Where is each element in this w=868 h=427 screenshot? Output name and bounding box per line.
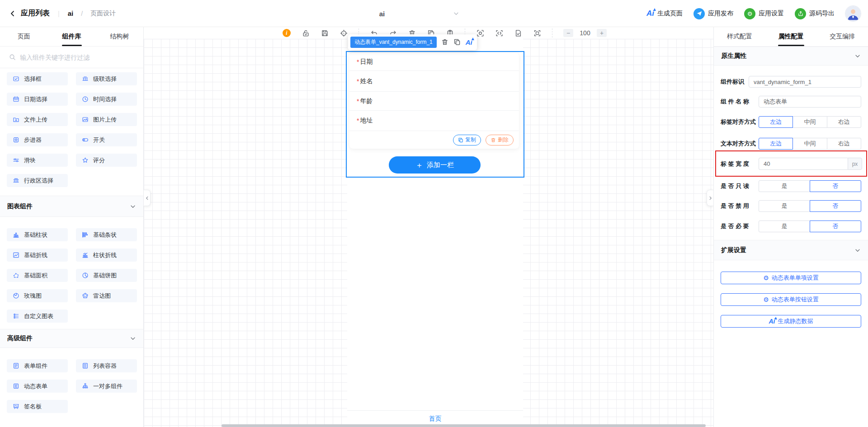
dynamic-form-card[interactable]: *日期*姓名*年龄*地址 复制 删除 — [349, 53, 519, 149]
delete-row-button[interactable]: 删除 — [486, 135, 514, 145]
ai-component-icon[interactable]: Ai — [466, 38, 472, 46]
component-item-开关[interactable]: 开关 — [76, 133, 137, 146]
delete-component-icon[interactable] — [441, 38, 449, 46]
component-item-基础折线[interactable]: 基础折线 — [7, 249, 68, 262]
divider: | — [58, 10, 60, 17]
component-item-时间选择[interactable]: 时间选择 — [76, 93, 137, 106]
right-panel-tabs: 样式配置属性配置交互编排 — [714, 27, 868, 47]
option-否[interactable]: 否 — [810, 180, 861, 192]
component-item-日期选择[interactable]: 日期选择 — [7, 93, 68, 106]
disabled-label: 是 否 禁 用 — [721, 202, 759, 210]
extend-settings-section[interactable]: 扩展设置 — [714, 240, 868, 260]
tab-属性配置[interactable]: 属性配置 — [765, 27, 817, 46]
component-item-label: 时间选择 — [93, 95, 117, 103]
component-item-级联选择[interactable]: 级联选择 — [76, 72, 137, 85]
unlock-icon[interactable] — [302, 29, 310, 37]
form-field-地址[interactable]: *地址 — [349, 111, 519, 131]
home-tab[interactable]: 首页 — [429, 415, 442, 423]
component-item-列表容器[interactable]: 列表容器 — [76, 359, 137, 372]
collapse-left-panel-handle[interactable] — [144, 190, 151, 206]
horizontal-scrollbar[interactable] — [222, 424, 706, 427]
component-item-文件上传[interactable]: 文件上传 — [7, 113, 68, 126]
tab-页面[interactable]: 页面 — [0, 27, 48, 46]
native-properties-section[interactable]: 原生属性 — [714, 47, 868, 66]
copy-component-icon[interactable] — [453, 38, 461, 46]
extend-button-生成静态数据[interactable]: Ai生成静态数据 — [721, 315, 861, 328]
component-item-动态表单[interactable]: 动态表单 — [7, 380, 68, 393]
option-中间[interactable]: 中间 — [793, 138, 827, 150]
form-field-日期[interactable]: *日期 — [349, 53, 519, 71]
form-field-年龄[interactable]: *年龄 — [349, 92, 519, 111]
option-左边[interactable]: 左边 — [759, 138, 793, 150]
back-to-app-list[interactable]: 应用列表 — [21, 9, 50, 18]
component-grid: 选择框级联选择日期选择时间选择文件上传图片上传步进器开关滑块评分行政区选择 — [0, 68, 143, 187]
component-id-input[interactable] — [749, 76, 861, 88]
option-右边[interactable]: 右边 — [827, 116, 861, 128]
component-item-label: 基础柱状 — [24, 231, 47, 239]
section-header-高级组件[interactable]: 高级组件 — [0, 329, 143, 348]
option-是[interactable]: 是 — [759, 221, 810, 232]
section-header-图表组件[interactable]: 图表组件 — [0, 196, 143, 217]
component-item-表单组件[interactable]: 表单组件 — [7, 359, 68, 372]
component-item-自定义图表[interactable]: 自定义图表 — [7, 310, 68, 323]
action-生成页面[interactable]: Ai生成页面 — [646, 9, 683, 18]
collapse-right-panel-handle[interactable] — [707, 190, 713, 206]
copy-row-button[interactable]: 复制 — [453, 135, 481, 145]
action-源码导出[interactable]: 源码导出 — [795, 8, 835, 19]
option-右边[interactable]: 右边 — [827, 138, 861, 150]
zoom-out-button[interactable]: − — [563, 29, 573, 37]
extend-button-label: 动态表单按钮设置 — [772, 296, 819, 304]
tab-结构树[interactable]: 结构树 — [95, 27, 143, 46]
component-item-基础面积[interactable]: 基础面积 — [7, 269, 68, 282]
action-应用发布[interactable]: 应用发布 — [693, 8, 733, 19]
component-item-选择框[interactable]: 选择框 — [7, 72, 68, 85]
tab-样式配置[interactable]: 样式配置 — [714, 27, 765, 46]
back-icon[interactable] — [9, 10, 16, 17]
option-中间[interactable]: 中间 — [793, 116, 827, 128]
save-icon[interactable] — [321, 29, 329, 37]
component-item-图片上传[interactable]: 图片上传 — [76, 113, 137, 126]
component-item-基础饼图[interactable]: 基础饼图 — [76, 269, 137, 282]
add-row-button[interactable]: ＋ 添加一栏 — [389, 156, 481, 174]
user-avatar[interactable] — [845, 6, 861, 21]
component-item-滑块[interactable]: 滑块 — [7, 154, 68, 167]
component-item-雷达图[interactable]: 雷达图 — [76, 289, 137, 302]
component-item-行政区选择[interactable]: 行政区选择 — [7, 174, 68, 187]
component-item-玫瑰图[interactable]: 玫瑰图 — [7, 289, 68, 302]
page-select-dropdown[interactable]: ai — [298, 5, 466, 22]
form-field-姓名[interactable]: *姓名 — [349, 71, 519, 92]
label-width-input[interactable] — [759, 158, 848, 170]
component-item-签名板[interactable]: 签名板 — [7, 400, 68, 413]
option-左边[interactable]: 左边 — [759, 116, 793, 128]
component-item-基础条状[interactable]: 基础条状 — [76, 228, 137, 241]
option-否[interactable]: 否 — [810, 221, 861, 232]
doc-check-icon[interactable] — [514, 29, 522, 37]
ai-logo-icon: Ai — [769, 318, 775, 325]
trash-icon — [491, 137, 496, 143]
component-item-一对多组件[interactable]: 一对多组件 — [76, 380, 137, 393]
component-item-评分[interactable]: 评分 — [76, 154, 137, 167]
frame-icon[interactable] — [533, 29, 541, 37]
info-icon[interactable]: i — [283, 29, 291, 37]
component-name-input[interactable] — [759, 96, 861, 108]
search-input[interactable] — [20, 54, 134, 61]
zoom-controls: −100+ — [563, 29, 607, 37]
tab-组件库[interactable]: 组件库 — [48, 27, 96, 46]
component-item-柱状折线[interactable]: 柱状折线 — [76, 249, 137, 262]
code-icon[interactable] — [495, 29, 503, 37]
component-item-基础柱状[interactable]: 基础柱状 — [7, 228, 68, 241]
action-应用设置[interactable]: ⚙应用设置 — [744, 8, 784, 19]
option-否[interactable]: 否 — [810, 200, 861, 212]
extend-button-动态表单按钮设置[interactable]: ⚙动态表单按钮设置 — [721, 293, 861, 306]
extend-button-动态表单单项设置[interactable]: ⚙动态表单单项设置 — [721, 272, 861, 284]
tab-交互编排[interactable]: 交互编排 — [816, 27, 868, 46]
option-是[interactable]: 是 — [759, 180, 810, 192]
breadcrumb-app[interactable]: ai — [68, 9, 74, 17]
scan-icon[interactable] — [476, 29, 484, 37]
zoom-in-button[interactable]: + — [597, 29, 607, 37]
option-是[interactable]: 是 — [759, 200, 810, 212]
component-item-label: 签名板 — [24, 403, 42, 411]
design-canvas[interactable]: i−100+ 首页 *日期*姓名*年龄*地址 复制 删除 — [144, 27, 713, 427]
component-item-步进器[interactable]: 步进器 — [7, 133, 68, 146]
target-icon[interactable] — [340, 29, 348, 37]
